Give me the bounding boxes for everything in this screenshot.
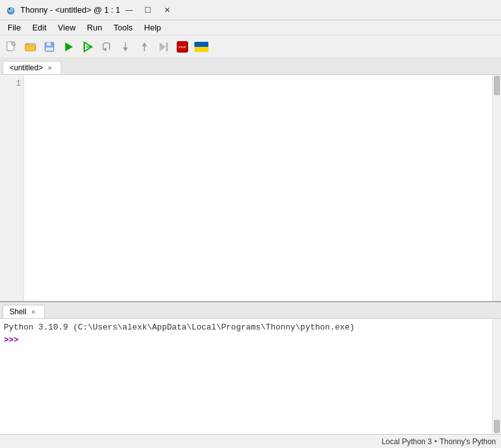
svg-marker-19 [123,48,128,51]
save-icon [43,41,56,53]
shell-tab-close[interactable]: × [29,307,38,316]
title-text: Thonny - <untitled> @ 1 : 1 [20,5,120,15]
step-into-button[interactable] [117,38,134,56]
step-over-button[interactable] [98,38,115,56]
editor-content: 1 [0,75,501,301]
svg-marker-5 [12,42,15,45]
svg-rect-11 [46,48,53,51]
toolbar [0,35,501,58]
menu-view[interactable]: View [53,22,80,34]
editor-vertical-scrollbar[interactable] [492,75,501,301]
save-button[interactable] [41,38,58,56]
menu-file[interactable]: File [3,22,26,34]
resume-button[interactable] [155,38,172,56]
editor-tab-label: <untitled> [10,63,43,72]
run-button[interactable] [60,38,77,56]
step-out-button[interactable] [136,38,153,56]
editor-tabs: <untitled> × [0,58,501,75]
shell-prompt: >>> [4,334,488,347]
step-into-icon [119,41,132,53]
shell-tabs: Shell × [0,302,501,319]
shell-scrollbar-thumb[interactable] [494,420,500,433]
menu-bar: File Edit View Run Tools Help [0,20,501,35]
interpreter-label: Local Python 3 [381,437,431,446]
run-icon [62,41,75,53]
new-button[interactable] [3,38,20,56]
svg-rect-23 [166,42,168,51]
version-label: Thonny's Python [440,437,496,446]
maximize-button[interactable]: ☐ [139,3,157,18]
minimize-button[interactable]: — [120,3,138,18]
editor-textarea[interactable] [24,75,492,301]
shell-content: Python 3.10.9 (C:\Users\alexk\AppData\Lo… [0,319,501,434]
stop-icon [177,41,188,53]
svg-marker-22 [160,42,165,51]
shell-tab-label: Shell [10,307,27,316]
shell-vertical-scrollbar[interactable] [492,319,501,434]
editor-scrollbar-thumb[interactable] [494,76,500,95]
shell-container: Shell × Python 3.10.9 (C:\Users\alexk\Ap… [0,301,501,434]
step-out-icon [138,41,151,53]
open-button[interactable] [22,38,39,56]
stop-button[interactable] [174,38,191,56]
svg-marker-12 [65,42,73,51]
step-over-icon [100,41,113,53]
debug-icon [81,41,94,53]
editor-tab-untitled[interactable]: <untitled> × [3,61,61,74]
svg-point-1 [8,7,13,12]
shell-text-area: Python 3.10.9 (C:\Users\alexk\AppData\Lo… [0,319,492,434]
status-separator: • [434,437,437,446]
svg-point-2 [9,8,10,9]
status-bar: Local Python 3 • Thonny's Python [0,434,501,448]
ukraine-flag-icon [194,42,208,52]
open-icon [24,41,37,53]
line-number-1: 1 [0,77,21,90]
debug-button[interactable] [79,38,96,56]
title-bar: Thonny - <untitled> @ 1 : 1 — ☐ ✕ [0,0,501,20]
svg-marker-21 [142,42,147,46]
menu-help[interactable]: Help [139,22,167,34]
shell-tab[interactable]: Shell × [3,305,45,318]
menu-run[interactable]: Run [82,22,107,34]
svg-rect-10 [47,42,51,46]
app-icon [5,4,16,16]
line-numbers: 1 [0,75,24,301]
ukraine-button[interactable] [193,38,210,56]
window-controls: — ☐ ✕ [120,3,176,18]
new-icon [5,41,18,53]
close-button[interactable]: ✕ [158,3,176,18]
resume-icon [157,41,170,53]
menu-tools[interactable]: Tools [108,22,137,34]
editor-container: <untitled> × 1 [0,58,501,301]
menu-edit[interactable]: Edit [27,22,51,34]
editor-tab-close[interactable]: × [46,63,54,72]
shell-python-path: Python 3.10.9 (C:\Users\alexk\AppData\Lo… [4,321,488,334]
svg-rect-8 [25,45,35,51]
